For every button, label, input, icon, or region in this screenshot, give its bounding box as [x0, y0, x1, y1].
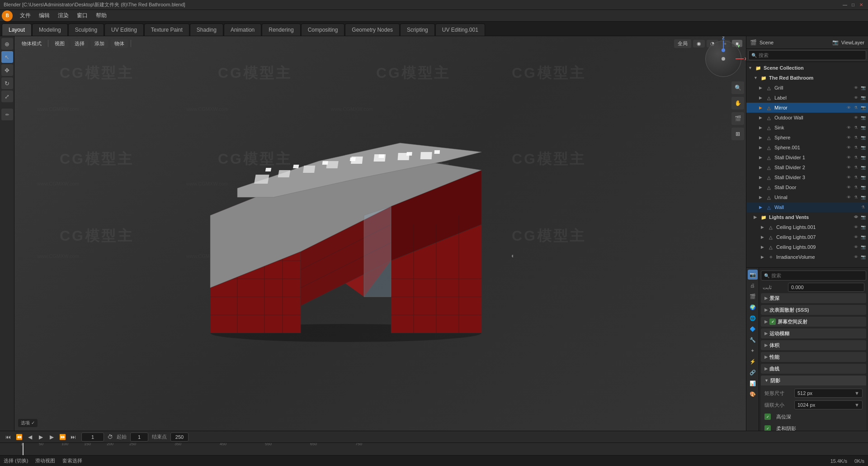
- outliner-item-ceiling-009[interactable]: ▶ △ Ceiling Lights.009 👁 📷: [746, 242, 868, 252]
- props-search-box[interactable]: 🔍: [761, 271, 866, 281]
- ssr-checkbox[interactable]: ✓: [769, 319, 776, 325]
- viewport-3d[interactable]: CG模型主 CG模型主 CG模型主 CG模型主 CG模型主 CG模型主 CG模型…: [14, 36, 746, 431]
- ceiling-007-eye[interactable]: 👁: [853, 234, 859, 240]
- ceiling-009-eye[interactable]: 👁: [853, 244, 859, 250]
- view-menu[interactable]: 视图: [51, 39, 68, 48]
- stall-div-2-filter[interactable]: ⚗: [853, 164, 859, 171]
- depth-header[interactable]: ▶ 景深: [761, 293, 866, 303]
- label-viewport-vis[interactable]: 👁: [853, 95, 859, 101]
- stall-div-3-filter[interactable]: ⚗: [853, 174, 859, 181]
- close-button[interactable]: ✕: [858, 2, 864, 8]
- object-menu[interactable]: 物体: [111, 39, 128, 48]
- outliner-item-ceiling-007[interactable]: ▶ △ Ceiling Lights.007 👁 📷: [746, 232, 868, 242]
- shadow-map-size-dropdown[interactable]: ▼: [854, 390, 859, 396]
- sphere-filter[interactable]: ⚗: [853, 134, 859, 141]
- tab-animation[interactable]: Animation: [224, 24, 261, 36]
- cursor-tool[interactable]: ⊕: [1, 38, 13, 50]
- select-tool[interactable]: ↖: [1, 51, 13, 63]
- jump-fwd-btn[interactable]: ⏩: [58, 433, 67, 442]
- outliner-item-urinal[interactable]: ▶ △ Urinal 👁 ⚗ 📷: [746, 192, 868, 202]
- urinal-render[interactable]: 📷: [860, 194, 866, 200]
- play-btn[interactable]: ▶: [36, 433, 45, 442]
- props-tab-view-layer[interactable]: 🎬: [748, 291, 758, 301]
- urinal-filter[interactable]: ⚗: [853, 194, 859, 200]
- start-frame[interactable]: 1: [130, 433, 148, 442]
- shadows-header[interactable]: ▼ 阴影: [761, 376, 866, 385]
- stall-div-1-eye[interactable]: 👁: [845, 154, 852, 161]
- maximize-button[interactable]: □: [850, 2, 856, 8]
- stall-door-filter[interactable]: ⚗: [853, 184, 859, 190]
- ceiling-001-render[interactable]: 📷: [860, 224, 866, 230]
- props-tab-scene[interactable]: 🌍: [748, 302, 758, 312]
- current-frame[interactable]: 1: [81, 433, 104, 442]
- grill-viewport-vis[interactable]: 👁: [853, 85, 859, 91]
- sphere-eye[interactable]: 👁: [845, 134, 852, 141]
- stall-door-render[interactable]: 📷: [860, 184, 866, 190]
- outliner-item-wall[interactable]: ▶ △ Wall ⚗: [746, 202, 868, 212]
- props-tab-object[interactable]: 🔷: [748, 324, 758, 334]
- curves-header[interactable]: ▶ 曲线: [761, 364, 866, 374]
- stall-door-eye[interactable]: 👁: [845, 184, 852, 190]
- mirror-render[interactable]: 📷: [860, 105, 866, 111]
- outliner-item-mirror[interactable]: ▶ △ Mirror 👁 ⚗ 📷: [746, 103, 868, 113]
- outliner-item-sink[interactable]: ▶ △ Sink 👁 ⚗ 📷: [746, 123, 868, 133]
- mode-selector[interactable]: 物体模式: [18, 39, 45, 48]
- stall-div-1-render[interactable]: 📷: [860, 154, 866, 161]
- props-tab-particles[interactable]: ✦: [748, 346, 758, 356]
- irradiance-render[interactable]: 📷: [860, 254, 866, 260]
- sink-eye[interactable]: 👁: [845, 124, 852, 131]
- sink-render[interactable]: 📷: [860, 124, 866, 131]
- props-tab-data[interactable]: 📊: [748, 378, 758, 388]
- gizmo-z-axis[interactable]: Z: [722, 36, 725, 52]
- jump-back-btn[interactable]: ⏪: [14, 433, 24, 442]
- outliner-item-sphere001[interactable]: ▶ △ Sphere.001 👁 ⚗ 📷: [746, 143, 868, 152]
- outliner-item-grill[interactable]: ▶ △ Grill 👁 📷: [746, 83, 868, 93]
- lights-coll-render[interactable]: 📷: [860, 214, 866, 220]
- step-fwd-btn[interactable]: ▶: [47, 433, 56, 442]
- select-menu[interactable]: 选择: [71, 39, 88, 48]
- jump-end-btn[interactable]: ⏭: [69, 433, 78, 442]
- gizmo-sphere[interactable]: Z X Y: [705, 41, 741, 77]
- menu-window[interactable]: 窗口: [73, 11, 91, 20]
- tab-modeling[interactable]: Modeling: [32, 24, 68, 36]
- menu-edit[interactable]: 编辑: [35, 11, 53, 20]
- cascade-size-value[interactable]: 1024 px ▼: [794, 400, 863, 409]
- tab-sculpting[interactable]: Sculpting: [68, 24, 104, 36]
- outliner-item-label[interactable]: ▶ △ Label 👁 📷: [746, 93, 868, 103]
- high-depth-checkbox[interactable]: ✓: [764, 414, 771, 420]
- props-tab-modifier[interactable]: 🔧: [748, 335, 758, 345]
- end-frame[interactable]: 250: [170, 433, 189, 442]
- stall-div-3-render[interactable]: 📷: [860, 174, 866, 181]
- timeline-body[interactable]: 1 50 100 150 200 250 350 450 550 650 750: [0, 443, 868, 455]
- urinal-eye[interactable]: 👁: [845, 194, 852, 200]
- global-local-toggle[interactable]: 全局: [674, 39, 691, 48]
- stall-div-3-eye[interactable]: 👁: [845, 174, 852, 181]
- menu-help[interactable]: 帮助: [92, 11, 110, 20]
- move-tool[interactable]: ✥: [1, 64, 13, 76]
- add-menu[interactable]: 添加: [91, 39, 108, 48]
- mirror-eye[interactable]: 👁: [845, 105, 852, 111]
- outliner-item-irradiance[interactable]: ▶ ⟡ IrradianceVolume 👁 📷: [746, 252, 868, 262]
- outliner-search[interactable]: 🔍: [748, 50, 866, 60]
- scene-collection-item[interactable]: ▼ 📁 Scene Collection: [746, 63, 868, 73]
- wall-filter[interactable]: ⚗: [860, 204, 866, 210]
- rotate-tool[interactable]: ↻: [1, 77, 13, 89]
- outdoor-wall-render[interactable]: 📷: [860, 114, 866, 121]
- thickness-value[interactable]: 0.000: [788, 283, 864, 292]
- outliner-item-stall-div-1[interactable]: ▶ △ Stall Divider 1 👁 ⚗ 📷: [746, 152, 868, 162]
- tab-scripting[interactable]: Scripting: [400, 24, 435, 36]
- volumetrics-header[interactable]: ▶ 体积: [761, 340, 866, 350]
- ceiling-009-render[interactable]: 📷: [860, 244, 866, 250]
- tab-rendering[interactable]: Rendering: [262, 24, 300, 36]
- scale-tool[interactable]: ⤢: [1, 90, 13, 102]
- motion-blur-header[interactable]: ▶ 运动模糊: [761, 328, 866, 338]
- outliner-item-ceiling-001[interactable]: ▶ △ Ceiling Lights.001 👁 📷: [746, 222, 868, 232]
- stall-div-2-eye[interactable]: 👁: [845, 164, 852, 171]
- minimize-button[interactable]: —: [842, 2, 848, 8]
- ssr-header[interactable]: ▶ ✓ 屏幕空间反射: [761, 317, 866, 327]
- viewport-shading-1[interactable]: ◉: [693, 40, 705, 48]
- menu-file[interactable]: 文件: [16, 11, 34, 20]
- tab-uv-editing[interactable]: UV Editing: [104, 24, 144, 36]
- sphere-render[interactable]: 📷: [860, 134, 866, 141]
- props-tab-world[interactable]: 🌐: [748, 313, 758, 323]
